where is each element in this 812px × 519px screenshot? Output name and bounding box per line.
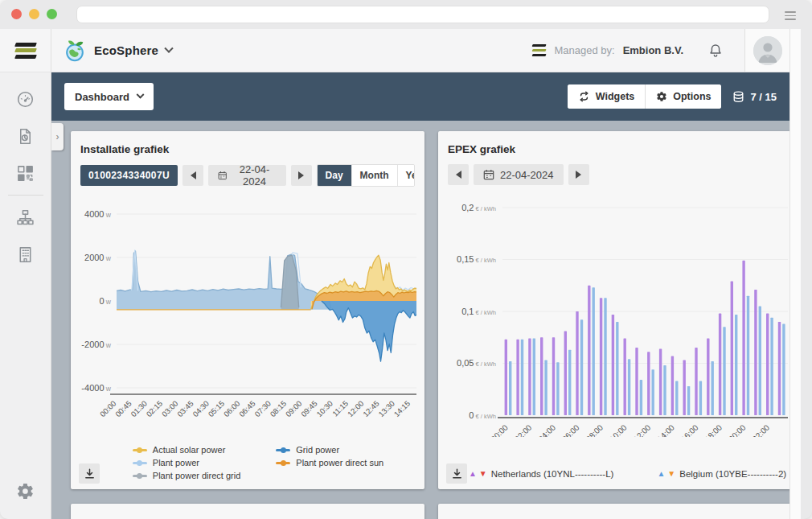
svg-text:13:30: 13:30 xyxy=(376,399,396,419)
svg-text:18:00: 18:00 xyxy=(703,422,724,437)
embion-mini-logo xyxy=(532,44,546,56)
managed-by-value: Embion B.V. xyxy=(623,44,683,56)
close-window-button[interactable] xyxy=(11,9,22,19)
svg-text:07:30: 07:30 xyxy=(252,399,273,419)
browser-chrome xyxy=(0,0,812,29)
download-chart-button[interactable] xyxy=(79,463,100,484)
svg-text:00:00: 00:00 xyxy=(98,399,118,419)
svg-text:16:00: 16:00 xyxy=(679,422,700,437)
triangle-up-icon: ▲ xyxy=(469,470,477,478)
legend-item[interactable]: Plant power xyxy=(133,458,240,468)
legend-label: Plant power direct sun xyxy=(296,458,383,468)
building-icon xyxy=(16,245,35,264)
window-controls xyxy=(11,9,57,19)
legend-item[interactable]: ▲▼Belgium (10YBE----------2) xyxy=(657,469,786,479)
date-picker-button[interactable]: 22-04-2024 xyxy=(208,165,286,186)
legend-item[interactable]: Actual solar power xyxy=(133,445,240,455)
prev-date-button[interactable] xyxy=(182,165,203,186)
sidebar-item-building[interactable] xyxy=(0,236,51,273)
settings-gear-icon xyxy=(16,482,35,500)
svg-text:06:00: 06:00 xyxy=(560,422,581,437)
sidebar-item-report-document[interactable] xyxy=(0,117,51,154)
svg-text:14:00: 14:00 xyxy=(655,422,676,437)
legend-item[interactable]: Grid power xyxy=(276,445,383,455)
svg-text:06:45: 06:45 xyxy=(237,399,257,419)
sidebar-divider xyxy=(8,195,43,196)
dashboard-dropdown[interactable]: Dashboard xyxy=(64,83,154,110)
widgets-icon xyxy=(578,91,590,102)
svg-text:12:00: 12:00 xyxy=(346,399,366,419)
legend-item[interactable]: ▲▼Netherlands (10YNL----------L) xyxy=(469,469,614,479)
minimize-window-button[interactable] xyxy=(29,9,39,19)
svg-text:12:00: 12:00 xyxy=(632,422,653,437)
triangle-down-icon: ▼ xyxy=(667,470,675,478)
calendar-icon xyxy=(483,169,494,180)
epex-chart[interactable]: 0,2 € / kWh0,15 € / kWh0,1 € / kWh0,05 €… xyxy=(445,192,789,437)
widgets-grid-icon xyxy=(16,164,35,183)
legend-marker xyxy=(133,449,147,451)
svg-text:05:15: 05:15 xyxy=(207,399,227,419)
installatie-chart[interactable]: 4000 w2000 w0 w-2000 w-4000 w00:0000:450… xyxy=(77,193,418,435)
sidebar-nav xyxy=(0,72,51,519)
download-icon xyxy=(84,468,96,480)
svg-text:0,15 € / kWh: 0,15 € / kWh xyxy=(457,254,496,264)
svg-text:08:15: 08:15 xyxy=(269,399,289,419)
device-id-badge[interactable]: 0100234334007U xyxy=(80,165,178,186)
managed-by-label: Managed by: xyxy=(554,44,614,56)
svg-text:03:00: 03:00 xyxy=(160,399,180,419)
dashboard-content: › Installatie grafiek 0100234334007U xyxy=(51,121,789,519)
legend-item[interactable]: Plant power direct grid xyxy=(133,471,240,480)
next-date-button[interactable] xyxy=(291,165,312,186)
managed-by: Managed by: Embion B.V. xyxy=(532,44,683,56)
legend-label: Belgium (10YBE----------2) xyxy=(679,469,786,479)
date-picker-button[interactable]: 22-04-2024 xyxy=(474,164,564,185)
download-chart-button[interactable] xyxy=(446,463,467,484)
dashboard-gauge-icon xyxy=(16,90,35,109)
user-menu[interactable] xyxy=(744,29,789,72)
range-tab-month[interactable]: Month xyxy=(351,165,397,186)
brand-name: EcoSphere xyxy=(94,43,158,57)
svg-text:08:00: 08:00 xyxy=(584,422,605,437)
svg-text:4000 w: 4000 w xyxy=(84,209,112,219)
app-window: EcoSphere Managed by: Embion B.V. xyxy=(0,0,812,519)
app-header: EcoSphere Managed by: Embion B.V. xyxy=(51,29,789,72)
card-title: Installatie grafiek xyxy=(80,143,415,155)
workspace-selector[interactable]: EcoSphere xyxy=(63,39,172,63)
notifications-bell-icon[interactable] xyxy=(707,42,724,60)
date-value: 22-04-2024 xyxy=(232,163,276,187)
next-date-button[interactable] xyxy=(568,164,589,185)
sidebar-item-widgets-grid[interactable] xyxy=(0,154,51,192)
widget-counter-value: 7 / 15 xyxy=(750,91,777,103)
report-document-icon xyxy=(16,127,35,146)
installatie-card: Installatie grafiek 0100234334007U 22-04… xyxy=(71,131,424,489)
partial-card xyxy=(71,504,424,519)
widgets-button[interactable]: Widgets xyxy=(568,84,646,109)
range-tab-year[interactable]: Year xyxy=(397,165,415,186)
sidebar-item-sitemap[interactable] xyxy=(0,199,51,236)
svg-text:00:45: 00:45 xyxy=(113,399,133,419)
legend-marker xyxy=(133,475,147,477)
browser-menu-icon[interactable] xyxy=(785,11,796,20)
gear-icon xyxy=(656,91,667,102)
legend-item[interactable]: Plant power direct sun xyxy=(276,458,383,468)
options-button[interactable]: Options xyxy=(645,84,721,109)
triangle-left-icon xyxy=(456,171,461,179)
page-scrollbar[interactable] xyxy=(789,29,801,519)
address-bar[interactable] xyxy=(76,6,769,23)
calendar-icon xyxy=(218,170,227,181)
range-tabs: DayMonthYear xyxy=(317,164,415,187)
sidebar-item-dashboard-gauge[interactable] xyxy=(0,80,51,117)
sidebar-item-settings-gear[interactable] xyxy=(0,472,51,509)
prev-date-button[interactable] xyxy=(448,164,469,185)
epex-legend: ▲▼Netherlands (10YNL----------L)▲▼Belgiu… xyxy=(469,469,786,479)
range-tab-day[interactable]: Day xyxy=(318,165,351,186)
stack-icon xyxy=(732,91,744,103)
svg-text:04:00: 04:00 xyxy=(537,422,558,437)
svg-text:01:30: 01:30 xyxy=(129,399,149,419)
card-title: EPEX grafiek xyxy=(448,143,786,155)
svg-text:0,1 € / kWh: 0,1 € / kWh xyxy=(461,307,496,316)
sidebar-expander[interactable]: › xyxy=(51,123,64,150)
chevron-down-icon xyxy=(165,43,174,52)
maximize-window-button[interactable] xyxy=(47,9,57,19)
svg-text:0 € / kWh: 0 € / kWh xyxy=(469,410,496,420)
